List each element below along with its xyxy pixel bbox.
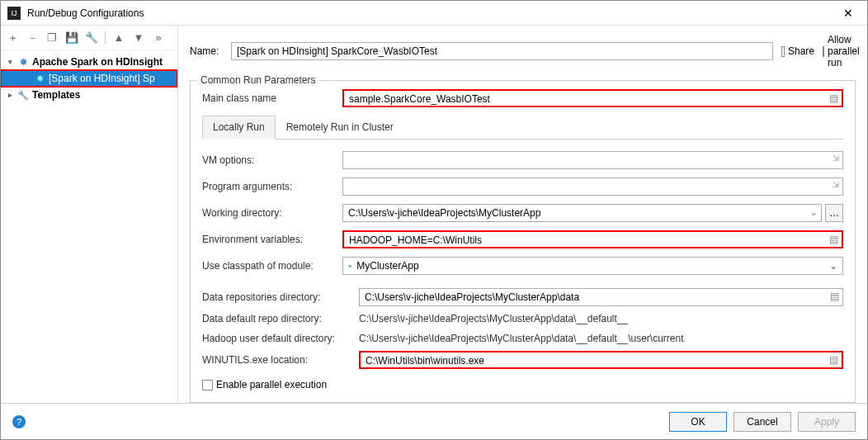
tab-locally-run[interactable]: Locally Run <box>202 116 276 140</box>
run-mode-tabs: Locally Run Remotely Run in Cluster <box>202 116 843 140</box>
collapse-icon[interactable]: » <box>152 31 165 45</box>
main-class-value: sample.SparkCore_WasbIOTest <box>349 93 490 105</box>
data-repo-dir-input[interactable]: C:\Users\v-jiche\IdeaProjects\MyClusterA… <box>359 288 843 306</box>
dialog-footer: ? OK Cancel Apply <box>1 403 867 439</box>
winutils-input[interactable]: C:\WinUtils\bin\winutils.exe ▤ <box>359 351 843 369</box>
tree-node-templates[interactable]: ▸ 🔧 Templates <box>1 87 177 103</box>
env-vars-row: Environment variables: HADOOP_HOME=C:\Wi… <box>202 230 843 248</box>
winutils-row: WINUTILS.exe location: C:\WinUtils\bin\w… <box>202 351 843 369</box>
env-vars-input[interactable]: HADOOP_HOME=C:\WinUtils ▤ <box>342 230 843 248</box>
titlebar: IJ Run/Debug Configurations ✕ <box>1 1 867 26</box>
checkbox-box <box>781 46 785 57</box>
help-icon[interactable]: ? <box>12 415 26 428</box>
left-panel: ＋ － ❐ 💾 🔧 ▲ ▼ » ▾ ✸ Apache Spark on HDIn… <box>1 26 178 403</box>
ok-button[interactable]: OK <box>669 412 727 432</box>
env-vars-value: HADOOP_HOME=C:\WinUtils <box>349 234 482 246</box>
tree-node-apache-spark[interactable]: ▾ ✸ Apache Spark on HDInsight <box>1 54 177 70</box>
enable-parallel-label: Enable parallel execution <box>216 379 327 390</box>
spark-icon: ✸ <box>34 73 45 84</box>
program-args-label: Program arguments: <box>202 181 342 192</box>
down-icon[interactable]: ▼ <box>132 31 145 45</box>
share-checkbox[interactable]: Share <box>781 45 814 57</box>
allow-parallel-label: Allow parallel run <box>828 34 860 69</box>
wrench-icon[interactable]: 🔧 <box>85 31 98 45</box>
module-icon: ▪ <box>348 260 351 272</box>
main-class-row: Main class name sample.SparkCore_WasbIOT… <box>202 89 843 107</box>
name-label: Name: <box>190 45 223 57</box>
tree-label: Templates <box>32 89 80 101</box>
browse-class-icon[interactable]: ▤ <box>829 92 838 104</box>
chevron-down-icon[interactable]: ⌄ <box>809 206 818 218</box>
classpath-row: Use classpath of module: ▪ MyClusterApp <box>202 257 843 275</box>
expand-icon[interactable]: ⇲ <box>833 154 839 163</box>
common-run-params-legend: Common Run Parameters <box>197 74 318 86</box>
classpath-label: Use classpath of module: <box>202 260 342 272</box>
browse-working-dir-button[interactable]: … <box>825 204 843 222</box>
vm-options-input[interactable]: ⇲ <box>342 151 843 169</box>
tab-remotely-run[interactable]: Remotely Run in Cluster <box>276 116 404 139</box>
working-dir-row: Working directory: C:\Users\v-jiche\Idea… <box>202 204 843 222</box>
remove-icon[interactable]: － <box>26 31 39 45</box>
classpath-select[interactable]: ▪ MyClusterApp <box>342 257 843 275</box>
working-dir-value: C:\Users\v-jiche\IdeaProjects\MyClusterA… <box>348 207 540 219</box>
save-icon[interactable]: 💾 <box>65 31 78 45</box>
window-title: Run/Debug Configurations <box>27 7 836 19</box>
checkbox-box <box>823 46 824 57</box>
tree-label: [Spark on HDInsight] Sp <box>49 73 155 84</box>
program-args-row: Program arguments: ⇲ <box>202 177 843 196</box>
spark-icon: ✸ <box>17 56 29 68</box>
chevron-down-icon[interactable]: ▾ <box>6 58 14 66</box>
vm-options-label: VM options: <box>202 154 342 166</box>
data-repo-dir-label: Data repositories directory: <box>202 291 359 303</box>
chevron-right-icon[interactable]: ▸ <box>6 91 14 99</box>
allow-parallel-checkbox[interactable]: Allow parallel run <box>823 34 856 69</box>
main-class-input[interactable]: sample.SparkCore_WasbIOTest ▤ <box>342 89 843 107</box>
data-default-repo-label: Data default repo directory: <box>202 313 359 324</box>
name-row: Name: Share Allow parallel run <box>190 34 856 69</box>
edit-env-icon[interactable]: ▤ <box>829 234 838 245</box>
app-icon: IJ <box>7 7 21 20</box>
hadoop-user-dir-label: Hadoop user default directory: <box>202 333 359 344</box>
tree-node-spark-config[interactable]: ✸ [Spark on HDInsight] Sp <box>1 70 177 87</box>
checkbox-box <box>202 380 213 390</box>
copy-icon[interactable]: ❐ <box>45 31 59 45</box>
data-default-repo-row: Data default repo directory: C:\Users\v-… <box>202 311 843 326</box>
common-run-params-group: Common Run Parameters Main class name sa… <box>190 80 856 403</box>
cancel-button[interactable]: Cancel <box>734 412 791 432</box>
data-repo-dir-row: Data repositories directory: C:\Users\v-… <box>202 288 843 306</box>
hadoop-user-dir-value: C:\Users\v-jiche\IdeaProjects\MyClusterA… <box>359 331 843 346</box>
working-dir-input[interactable]: C:\Users\v-jiche\IdeaProjects\MyClusterA… <box>342 204 822 222</box>
add-icon[interactable]: ＋ <box>6 31 19 45</box>
toolbar-separator <box>105 31 106 45</box>
close-icon[interactable]: ✕ <box>836 1 861 26</box>
enable-parallel-checkbox[interactable]: Enable parallel execution <box>202 379 843 390</box>
config-tree: ▾ ✸ Apache Spark on HDInsight ✸ [Spark o… <box>1 50 177 403</box>
winutils-value: C:\WinUtils\bin\winutils.exe <box>366 355 484 367</box>
program-args-input[interactable]: ⇲ <box>342 177 843 196</box>
classpath-value: MyClusterApp <box>356 260 418 272</box>
wrench-icon: 🔧 <box>17 89 29 101</box>
up-icon[interactable]: ▲ <box>112 31 125 45</box>
data-repo-dir-value: C:\Users\v-jiche\IdeaProjects\MyClusterA… <box>365 291 579 303</box>
right-panel: Name: Share Allow parallel run Common Ru… <box>178 26 867 403</box>
main-class-label: Main class name <box>202 92 342 104</box>
apply-button[interactable]: Apply <box>798 412 856 432</box>
expand-icon[interactable]: ⇲ <box>833 180 839 189</box>
folder-icon[interactable]: ▤ <box>829 354 838 366</box>
hadoop-user-dir-row: Hadoop user default directory: C:\Users\… <box>202 331 843 346</box>
config-toolbar: ＋ － ❐ 💾 🔧 ▲ ▼ » <box>1 26 177 50</box>
vm-options-row: VM options: ⇲ <box>202 151 843 169</box>
share-label: Share <box>788 45 814 57</box>
name-input[interactable] <box>231 42 773 60</box>
env-vars-label: Environment variables: <box>202 234 342 245</box>
tree-label: Apache Spark on HDInsight <box>32 56 163 68</box>
data-default-repo-value: C:\Users\v-jiche\IdeaProjects\MyClusterA… <box>359 311 843 326</box>
folder-icon[interactable]: ▤ <box>830 291 839 302</box>
winutils-label: WINUTILS.exe location: <box>202 354 359 366</box>
working-dir-label: Working directory: <box>202 207 342 219</box>
